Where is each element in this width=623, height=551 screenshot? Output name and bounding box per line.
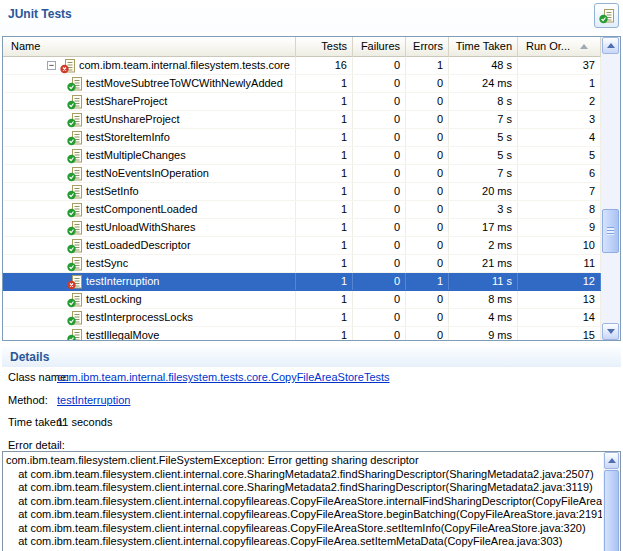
- scroll-thumb[interactable]: [604, 470, 619, 551]
- cell-time-taken: 21 ms: [449, 255, 518, 272]
- column-header-name[interactable]: Name: [3, 37, 296, 57]
- error-detail-box[interactable]: com.ibm.team.filesystem.client.FileSyste…: [2, 451, 621, 551]
- thumb-grip-icon: [607, 227, 614, 235]
- cell-errors: 0: [406, 291, 449, 308]
- column-header-failures[interactable]: Failures: [353, 37, 406, 57]
- test-name-label: testMoveSubtreeToWCWithNewlyAdded: [86, 75, 283, 92]
- cell-time-taken: 2 ms: [449, 237, 518, 254]
- view-title: JUnit Tests: [8, 7, 72, 21]
- table-vertical-scrollbar[interactable]: [601, 37, 620, 340]
- chevron-down-icon: [607, 329, 615, 334]
- column-header-time-taken[interactable]: Time Taken: [449, 37, 518, 57]
- cell-failures: 0: [353, 255, 406, 272]
- cell-errors: 1: [406, 57, 449, 74]
- column-header-run-or[interactable]: Run Or...: [518, 37, 601, 57]
- scroll-up-button[interactable]: [602, 37, 619, 54]
- junit-error-icon: [67, 274, 83, 290]
- method-label: Method:: [8, 394, 48, 406]
- cell-errors: 0: [406, 93, 449, 110]
- suite-row[interactable]: −com.ibm.team.internal.filesystem.tests.…: [3, 57, 601, 75]
- test-row[interactable]: testUnloadWithShares10017 ms9: [3, 219, 601, 237]
- cell-tests: 1: [296, 201, 353, 218]
- cell-errors: 0: [406, 237, 449, 254]
- test-row[interactable]: testMultipleChanges1005 s5: [3, 147, 601, 165]
- test-row[interactable]: testMoveSubtreeToWCWithNewlyAdded10024 m…: [3, 75, 601, 93]
- test-row[interactable]: testLocking1008 ms13: [3, 291, 601, 309]
- cell-name: testInterprocessLocks: [3, 309, 296, 326]
- test-row[interactable]: testSync10021 ms11: [3, 255, 601, 273]
- test-row[interactable]: testInterprocessLocks1004 ms14: [3, 309, 601, 327]
- test-name-label: testLocking: [86, 291, 142, 308]
- cell-name: testNoEventsInOperation: [3, 165, 296, 182]
- scroll-down-button[interactable]: [602, 323, 619, 340]
- cell-name: testMultipleChanges: [3, 147, 296, 164]
- test-name-label: testInterruption: [86, 273, 159, 290]
- sort-ascending-icon: [580, 44, 588, 49]
- junit-pass-icon: [67, 202, 83, 218]
- cell-errors: 0: [406, 147, 449, 164]
- cell-time-taken: 7 s: [449, 111, 518, 128]
- cell-name: testSetInfo: [3, 183, 296, 200]
- test-name-label: testMultipleChanges: [86, 147, 186, 164]
- cell-errors: 0: [406, 309, 449, 326]
- cell-tests: 1: [296, 237, 353, 254]
- cell-run-order: 12: [518, 273, 601, 290]
- cell-time-taken: 7 s: [449, 165, 518, 182]
- junit-tests-toolbar-button[interactable]: [594, 3, 619, 28]
- method-link[interactable]: testInterruption: [57, 394, 130, 406]
- column-header-errors[interactable]: Errors: [406, 37, 449, 57]
- cell-failures: 0: [353, 165, 406, 182]
- collapse-toggle-icon[interactable]: −: [47, 61, 56, 70]
- test-name-label: com.ibm.team.internal.filesystem.tests.c…: [79, 57, 290, 74]
- cell-errors: 0: [406, 255, 449, 272]
- scroll-thumb[interactable]: [602, 209, 619, 253]
- cell-time-taken: 11 s: [449, 273, 518, 290]
- table-body: −com.ibm.team.internal.filesystem.tests.…: [3, 57, 601, 340]
- cell-time-taken: 4 ms: [449, 309, 518, 326]
- junit-pass-icon: [67, 166, 83, 182]
- junit-pass-icon: [67, 238, 83, 254]
- test-row[interactable]: testInterruption10111 s12: [3, 273, 601, 291]
- test-row[interactable]: testComponentLoaded1003 s8: [3, 201, 601, 219]
- column-header-label: Time Taken: [456, 40, 512, 52]
- scroll-up-button[interactable]: [604, 452, 619, 469]
- details-section-header: Details: [2, 346, 621, 367]
- test-row[interactable]: testStoreItemInfo1005 s4: [3, 129, 601, 147]
- cell-tests: 1: [296, 327, 353, 340]
- cell-name: testLoadedDescriptor: [3, 237, 296, 254]
- test-name-label: testUnshareProject: [86, 111, 180, 128]
- column-header-label: Name: [11, 40, 40, 52]
- junit-pass-icon: [67, 94, 83, 110]
- test-results-table: NameTestsFailuresErrorsTime TakenRun Or.…: [2, 36, 621, 341]
- test-name-label: testIllegalMove: [86, 327, 159, 340]
- test-row[interactable]: testLoadedDescriptor1002 ms10: [3, 237, 601, 255]
- cell-run-order: 9: [518, 219, 601, 236]
- test-row[interactable]: testShareProject1008 s2: [3, 93, 601, 111]
- cell-failures: 0: [353, 183, 406, 200]
- cell-tests: 1: [296, 111, 353, 128]
- chevron-up-icon: [607, 43, 615, 48]
- column-header-label: Errors: [413, 40, 443, 52]
- cell-name: testComponentLoaded: [3, 201, 296, 218]
- class-name-link[interactable]: com.ibm.team.internal.filesystem.tests.c…: [57, 371, 390, 383]
- cell-run-order: 1: [518, 75, 601, 92]
- cell-errors: 0: [406, 75, 449, 92]
- cell-tests: 1: [296, 255, 353, 272]
- column-header-tests[interactable]: Tests: [296, 37, 353, 57]
- cell-run-order: 6: [518, 165, 601, 182]
- junit-pass-icon: [67, 76, 83, 92]
- test-name-label: testUnloadWithShares: [86, 219, 195, 236]
- test-name-label: testInterprocessLocks: [86, 309, 193, 326]
- cell-tests: 1: [296, 183, 353, 200]
- test-row[interactable]: testNoEventsInOperation1007 s6: [3, 165, 601, 183]
- test-row[interactable]: testIllegalMove1009 ms15: [3, 327, 601, 340]
- cell-tests: 1: [296, 129, 353, 146]
- error-vertical-scrollbar[interactable]: [603, 452, 620, 551]
- test-row[interactable]: testUnshareProject1007 s3: [3, 111, 601, 129]
- cell-tests: 1: [296, 165, 353, 182]
- cell-time-taken: 20 ms: [449, 183, 518, 200]
- cell-time-taken: 9 ms: [449, 327, 518, 340]
- test-row[interactable]: testSetInfo10020 ms7: [3, 183, 601, 201]
- cell-name: testShareProject: [3, 93, 296, 110]
- view-title-bar: JUnit Tests: [0, 0, 623, 32]
